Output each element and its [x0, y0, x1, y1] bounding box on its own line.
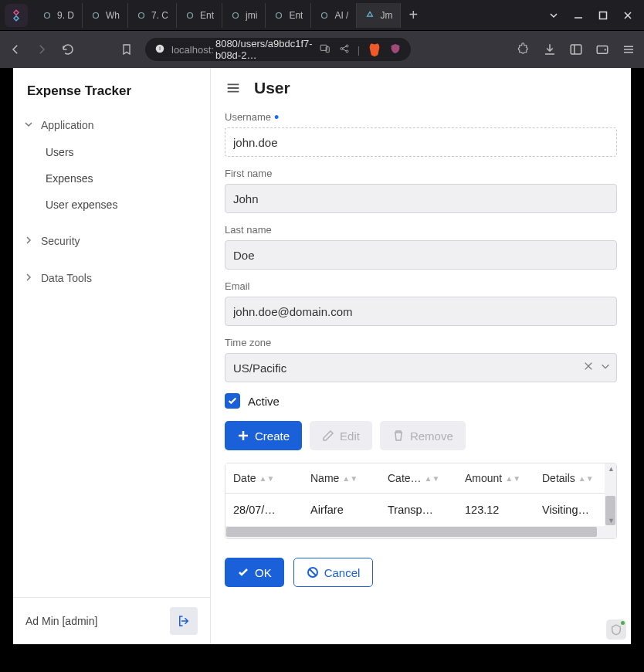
sort-icon: ▲▼	[505, 477, 520, 480]
remove-button: Remove	[380, 421, 466, 450]
email-field[interactable]	[225, 297, 617, 326]
wallet-icon[interactable]	[595, 42, 610, 57]
section-data-tools[interactable]: Data Tools	[13, 264, 210, 292]
app-brand: Expense Tracker	[13, 68, 210, 111]
timezone-label: Time zone	[225, 337, 617, 348]
vertical-scrollbar[interactable]: ▲ ▼	[605, 463, 616, 526]
brave-icon[interactable]	[368, 42, 381, 57]
column-header-amount[interactable]: Amount▲▼	[457, 463, 534, 493]
browser-tab[interactable]: 9. D	[34, 3, 83, 28]
svg-rect-7	[600, 12, 607, 19]
sort-icon: ▲▼	[425, 477, 440, 480]
browser-tab[interactable]: Wh	[83, 3, 128, 28]
chevron-down-icon[interactable]	[600, 361, 611, 375]
username-label: Username•	[225, 111, 617, 123]
svg-point-13	[346, 45, 348, 47]
required-indicator: •	[274, 114, 279, 120]
close-icon[interactable]	[622, 10, 633, 21]
browser-tab[interactable]: 7. C	[128, 3, 177, 28]
active-label: Active	[248, 395, 280, 408]
site-info-icon[interactable]: i	[154, 43, 165, 56]
sort-icon: ▲▼	[259, 477, 275, 480]
svg-point-0	[45, 12, 50, 18]
section-application[interactable]: Application	[13, 111, 210, 139]
horizontal-scrollbar[interactable]	[225, 526, 616, 538]
browser-tab[interactable]: Jm	[357, 3, 401, 28]
scrollbar-thumb[interactable]	[226, 527, 597, 537]
logout-button[interactable]	[170, 607, 198, 635]
active-checkbox[interactable]	[225, 393, 240, 409]
extensions-icon[interactable]	[516, 42, 531, 57]
lastname-field[interactable]	[225, 240, 617, 270]
app-viewport: Expense Tracker Application Users Expens…	[13, 68, 631, 644]
column-header-date[interactable]: Date▲▼	[225, 463, 303, 493]
browser-titlebar: 9. D Wh 7. C Ent jmi Ent AI / Jm +	[0, 0, 644, 31]
reload-icon[interactable]	[60, 42, 76, 57]
tab-overflow-icon[interactable]	[548, 10, 559, 21]
section-security[interactable]: Security	[13, 227, 210, 255]
column-header-name[interactable]: Name▲▼	[303, 463, 380, 493]
column-header-category[interactable]: Cate…▲▼	[380, 463, 457, 493]
download-icon[interactable]	[542, 42, 558, 57]
svg-point-3	[188, 12, 193, 18]
cell-category: Transp…	[380, 494, 457, 526]
bookmark-icon[interactable]	[119, 42, 134, 57]
forward-icon[interactable]	[34, 42, 49, 57]
lastname-label: Last name	[225, 224, 617, 236]
menu-icon[interactable]	[621, 42, 636, 57]
sidebar-footer: Ad Min [admin]	[13, 597, 210, 644]
svg-point-2	[139, 12, 144, 18]
responsive-icon[interactable]	[319, 43, 331, 56]
cell-amount: 123.12	[457, 494, 534, 526]
firstname-field[interactable]	[225, 184, 617, 213]
sidebar-icon[interactable]	[568, 42, 584, 57]
table-row[interactable]: 28/07/… Airfare Transp… 123.12 Visiting…	[225, 494, 616, 526]
maximize-icon[interactable]	[598, 10, 608, 21]
ok-button[interactable]: OK	[225, 558, 284, 587]
svg-point-12	[341, 47, 343, 49]
username-field[interactable]	[225, 127, 617, 157]
browser-tab[interactable]: Ent	[177, 3, 222, 28]
share-icon[interactable]	[339, 43, 350, 56]
drawer-toggle-button[interactable]	[225, 80, 242, 97]
scroll-up-icon[interactable]: ▲	[608, 465, 615, 473]
browser-tab[interactable]: AI /	[311, 3, 357, 28]
svg-point-6	[322, 12, 327, 18]
app-launcher-icon[interactable]	[5, 4, 28, 27]
scroll-down-icon[interactable]: ▼	[608, 517, 615, 524]
address-bar[interactable]: i localhost:8080/users/a9bdc1f7-b08d-2… …	[145, 38, 411, 61]
sidebar-item-user-expenses[interactable]: User expenses	[46, 192, 210, 218]
sidebar-item-users[interactable]: Users	[46, 139, 210, 165]
svg-point-17	[605, 49, 606, 50]
svg-point-5	[276, 12, 282, 18]
url-path: 8080/users/a9bdc1f7-b08d-2…	[215, 38, 313, 61]
sidebar-item-expenses[interactable]: Expenses	[46, 165, 210, 192]
chevron-down-icon	[24, 119, 35, 131]
cell-details: Visiting…	[534, 494, 605, 526]
back-icon[interactable]	[8, 42, 23, 57]
firstname-label: First name	[225, 168, 617, 179]
main-content: User Username• First name Last name Emai…	[211, 68, 631, 644]
browser-tab[interactable]: jmi	[222, 3, 266, 28]
shield-icon[interactable]	[389, 42, 402, 57]
cell-date: 28/07/…	[225, 494, 303, 526]
sort-icon: ▲▼	[342, 477, 358, 480]
clear-icon[interactable]	[583, 361, 594, 375]
edit-button: Edit	[310, 421, 372, 450]
create-button[interactable]: Create	[225, 421, 302, 450]
column-header-details[interactable]: Details▲▼	[534, 463, 605, 493]
current-user-label: Ad Min [admin]	[25, 615, 97, 627]
support-widget[interactable]	[606, 619, 626, 640]
chevron-right-icon	[24, 235, 35, 247]
svg-point-1	[93, 12, 99, 18]
browser-tab[interactable]: Ent	[266, 3, 311, 28]
svg-rect-15	[571, 45, 581, 54]
svg-point-14	[346, 50, 348, 53]
cancel-button[interactable]: Cancel	[293, 558, 374, 587]
browser-navbar: i localhost:8080/users/a9bdc1f7-b08d-2… …	[0, 31, 644, 68]
chevron-right-icon	[24, 272, 35, 284]
timezone-select[interactable]	[225, 353, 617, 382]
minimize-icon[interactable]	[573, 10, 584, 21]
new-tab-button[interactable]: +	[401, 6, 425, 24]
user-form: Username• First name Last name Email Tim…	[211, 111, 631, 548]
